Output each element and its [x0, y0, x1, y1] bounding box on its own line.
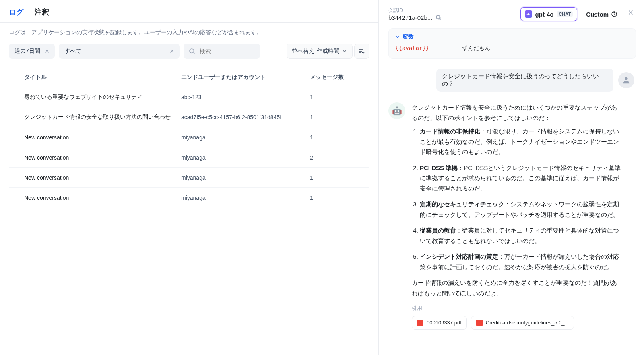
col-count-header: メッセージ数 [310, 74, 366, 81]
citations-label: 引用 [412, 304, 621, 313]
filter-bar: 過去7日間 すべて 並べ替え 作成時 [9, 44, 369, 59]
tab-logs[interactable]: ログ [9, 7, 23, 23]
ai-point: カード情報の非保持化：可能な限り、カード情報をシステムに保持しないことが最も有効… [420, 126, 621, 157]
citation-name: 000109337.pdf [427, 318, 462, 327]
pdf-icon [476, 320, 483, 326]
ai-avatar: 🤖 [388, 102, 405, 119]
close-icon[interactable] [625, 7, 636, 18]
chevron-down-icon [395, 35, 400, 39]
row-user: miyanaga [181, 174, 310, 181]
svg-point-4 [625, 77, 627, 80]
ai-outro: カード情報の漏えいを防ぐために全力を尽くすことが重要なのだ！質問があればもっと聞… [412, 278, 621, 298]
copy-icon[interactable] [436, 15, 442, 21]
filter-date-range[interactable]: 過去7日間 [9, 44, 55, 59]
tab-bar: ログ 注釈 [9, 7, 369, 23]
sort-button[interactable]: 並べ替え 作成時間 [287, 44, 353, 59]
user-message: クレジットカード情報を安全に扱うのってどうしたらいいの？ [436, 69, 613, 92]
ai-points-list: カード情報の非保持化：可能な限り、カード情報をシステムに保持しないことが最も有効… [412, 126, 621, 272]
row-title: 尋ねている重要なウェブサイトのセキュリティ [24, 93, 181, 101]
ai-message: クレジットカード情報を安全に扱うためにはいくつかの重要なステップがあるのだ。以下… [412, 102, 621, 330]
row-title: New conversation [24, 154, 181, 161]
citation-chip[interactable]: Creditcardsecurityguidelines_5.0_... [471, 316, 574, 330]
chat-scroll[interactable]: クレジットカード情報を安全に扱うのってどうしたらいいの？ 🤖 クレジットカード情… [388, 69, 636, 352]
variables-header-label: 変数 [402, 33, 414, 41]
chevron-down-icon [342, 48, 347, 54]
conversation-id-label: 会話ID [388, 7, 514, 14]
model-name: gpt-4o [535, 11, 554, 18]
table-row[interactable]: New conversation miyanaga 2 [9, 147, 369, 168]
sort-direction-button[interactable] [354, 44, 369, 59]
row-count: 1 [310, 174, 366, 181]
detail-pane: 会話ID b344271a-02b... ✦ gpt-4o CHAT Custo… [378, 0, 644, 355]
table-row[interactable]: New conversation miyanaga 1 [9, 188, 369, 208]
variable-row: {{avatar}} ずんだもん [395, 45, 629, 52]
ai-point: 従業員の教育：従業員に対してセキュリティの重要性と具体的な対策について教育するこ… [420, 225, 621, 246]
ai-point-title: カード情報の非保持化 [420, 128, 480, 135]
ai-point-title: インシデント対応計画の策定 [420, 253, 498, 260]
row-user: abc-123 [181, 94, 310, 100]
ai-point: 定期的なセキュリティチェック：システムやネットワークの脆弱性を定期的にチェックし… [420, 199, 621, 220]
tab-underline [0, 22, 378, 23]
ai-point: PCI DSS 準拠：PCI DSSというクレジットカード情報のセキュリティ基準… [420, 163, 621, 194]
row-title: New conversation [24, 174, 181, 181]
ai-point-title: 定期的なセキュリティチェック [420, 201, 504, 208]
row-title: New conversation [24, 134, 181, 141]
row-count: 1 [310, 134, 366, 141]
table-row[interactable]: New conversation miyanaga 1 [9, 168, 369, 188]
row-count: 1 [310, 94, 366, 100]
clear-icon[interactable] [168, 48, 175, 55]
citations: 000109337.pdfCreditcardsecurityguideline… [412, 316, 621, 330]
variable-value: ずんだもん [462, 45, 629, 52]
row-user: acad7f5e-c5cc-4157-b6f2-8501f31d845f [181, 114, 310, 120]
sort-prefix: 並べ替え [292, 48, 314, 55]
table-header: タイトル エンドユーザーまたはアカウント メッセージ数 [9, 68, 369, 87]
user-message-row: クレジットカード情報を安全に扱うのってどうしたらいいの？ [388, 69, 634, 92]
svg-point-0 [190, 49, 194, 53]
sort-controls: 並べ替え 作成時間 [287, 44, 369, 59]
filter-scope-label: すべて [64, 48, 81, 55]
row-user: miyanaga [181, 195, 310, 201]
row-count: 1 [310, 195, 366, 201]
sort-field: 作成時間 [317, 48, 339, 55]
row-user: miyanaga [181, 154, 310, 161]
col-user-header: エンドユーザーまたはアカウント [181, 74, 310, 81]
search-input-wrapper[interactable] [184, 44, 260, 59]
row-user: miyanaga [181, 134, 310, 141]
row-title: クレジットカード情報の安全な取り扱い方法の問い合わせ [24, 114, 181, 121]
search-input[interactable] [199, 48, 255, 55]
help-icon [611, 11, 617, 17]
table-row[interactable]: New conversation miyanaga 1 [9, 127, 369, 147]
conversation-id: b344271a-02b... [388, 14, 432, 21]
table-row[interactable]: クレジットカード情報の安全な取り扱い方法の問い合わせ acad7f5e-c5cc… [9, 107, 369, 127]
model-type-badge: CHAT [557, 11, 573, 17]
logs-table: タイトル エンドユーザーまたはアカウント メッセージ数 尋ねている重要なウェブサ… [9, 68, 369, 208]
table-row[interactable]: 尋ねている重要なウェブサイトのセキュリティ abc-123 1 [9, 87, 369, 107]
variables-card: 変数 {{avatar}} ずんだもん [388, 28, 636, 59]
tab-annotations[interactable]: 注釈 [35, 7, 49, 23]
ai-intro: クレジットカード情報を安全に扱うためにはいくつかの重要なステップがあるのだ。以下… [412, 102, 621, 123]
page-subtitle: ログは、アプリケーションの実行状態を記録します。ユーザーの入力やAIの応答などが… [9, 29, 369, 36]
conversation-meta: 会話ID b344271a-02b... [388, 7, 514, 21]
detail-header: 会話ID b344271a-02b... ✦ gpt-4o CHAT Custo… [388, 7, 636, 21]
col-title-header: タイトル [24, 74, 181, 81]
custom-button[interactable]: Custom [584, 7, 619, 21]
citation-chip[interactable]: 000109337.pdf [412, 316, 467, 330]
row-count: 2 [310, 154, 366, 161]
custom-label: Custom [586, 11, 609, 18]
user-avatar [618, 72, 634, 88]
filter-date-range-label: 過去7日間 [14, 48, 40, 55]
row-count: 1 [310, 114, 366, 120]
logs-pane: ログ 注釈 ログは、アプリケーションの実行状態を記録します。ユーザーの入力やAI… [0, 0, 378, 355]
search-icon [188, 48, 196, 55]
clear-icon[interactable] [43, 48, 51, 55]
citation-name: Creditcardsecurityguidelines_5.0_... [486, 318, 569, 327]
pdf-icon [417, 320, 423, 326]
row-title: New conversation [24, 195, 181, 201]
ai-point: インシデント対応計画の策定：万が一カード情報が漏えいした場合の対応策を事前に計画… [420, 251, 621, 272]
model-selector[interactable]: ✦ gpt-4o CHAT [520, 7, 578, 21]
ai-point-title: PCI DSS 準拠 [420, 164, 458, 171]
filter-scope[interactable]: すべて [59, 44, 180, 59]
ai-message-row: 🤖 クレジットカード情報を安全に扱うためにはいくつかの重要なステップがあるのだ。… [388, 102, 634, 330]
variable-key: {{avatar}} [395, 45, 456, 52]
variables-toggle[interactable]: 変数 [395, 33, 629, 41]
